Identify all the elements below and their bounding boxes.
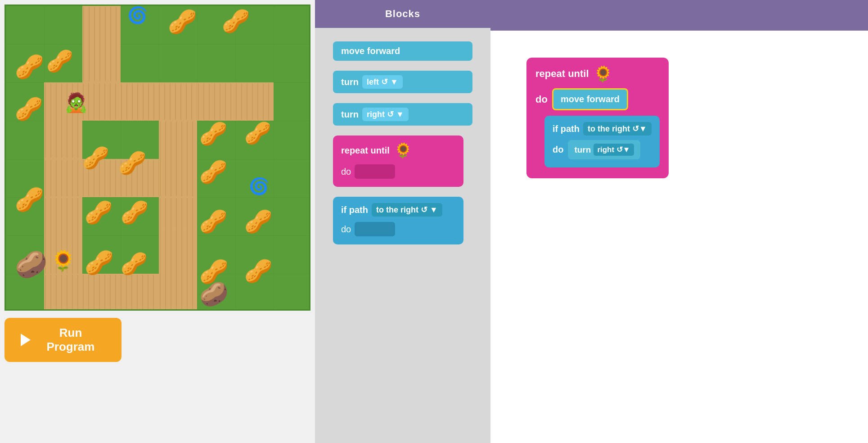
entity-chomper-top: 🌀 — [127, 6, 148, 25]
entity-sunflower: 🌻 — [51, 249, 76, 272]
play-icon — [21, 334, 31, 346]
path-segment — [159, 197, 197, 311]
repeat-until-block[interactable]: repeat until 🌻 do — [333, 136, 463, 187]
path-segment — [82, 6, 121, 82]
wp-if-path-block[interactable]: if path to the right ↺▼ do turn right ↺▼ — [544, 116, 660, 167]
entity-pea2: 🥜 — [46, 49, 73, 74]
repeat-label: repeat until — [341, 145, 390, 156]
if-do-slot[interactable] — [355, 222, 395, 236]
if-path-header: if path to the right ↺ ▼ — [341, 203, 455, 217]
repeat-header: repeat until 🌻 — [341, 142, 455, 159]
wp-do-label: do — [535, 94, 548, 105]
entity-pea6: 🥜 — [199, 121, 227, 147]
entity-pea11: 🥜 — [15, 186, 44, 213]
wp-do2-label: do — [553, 145, 563, 155]
center-panel: Blocks move forward turn left ↺ ▼ turn r… — [315, 0, 490, 443]
entity-potato2: 🥔 — [199, 280, 229, 308]
repeat-do-label: do — [341, 167, 351, 177]
blocks-list: move forward turn left ↺ ▼ turn right ↺ … — [315, 28, 490, 258]
entity-pea5: 🥜 — [15, 96, 43, 122]
path-segment — [159, 121, 197, 197]
wp-sunflower: 🌻 — [594, 65, 612, 83]
entity-pea4: 🥜 — [222, 8, 250, 34]
right-panel: repeat until 🌻 do move forward if path t… — [490, 0, 868, 443]
entity-potato: 🥔 — [15, 249, 47, 280]
turn-right-dropdown[interactable]: right ↺ ▼ — [362, 108, 409, 121]
move-forward-block[interactable]: move forward — [333, 41, 472, 61]
entity-pea16: 🥜 — [85, 249, 114, 276]
workspace-header — [490, 0, 868, 31]
if-path-dropdown[interactable]: to the right ↺ ▼ — [372, 203, 442, 217]
wp-turn-dropdown[interactable]: right ↺▼ — [594, 144, 634, 156]
entity-pea15: 🥜 — [244, 208, 272, 235]
wp-to-the-right: to the right ↺▼ — [588, 124, 647, 134]
turn-left-block[interactable]: turn left ↺ ▼ — [333, 71, 472, 93]
run-button-label: Run Program — [36, 326, 105, 354]
entity-pea12: 🥜 — [85, 199, 112, 226]
workspace-repeat-block[interactable]: repeat until 🌻 do move forward if path t… — [526, 58, 669, 178]
entity-pea3: 🥜 — [168, 8, 197, 36]
repeat-do-slot[interactable] — [355, 164, 395, 179]
wp-repeat-label: repeat until — [535, 68, 589, 80]
path-segment — [197, 82, 274, 121]
if-path-label: if path — [341, 205, 368, 215]
entity-pea8: 🥜 — [82, 145, 109, 171]
if-do-label: do — [341, 224, 351, 235]
entity-pea17: 🥜 — [121, 251, 148, 276]
wp-move-forward-block[interactable]: move forward — [552, 88, 628, 110]
entity-pea19: 🥜 — [244, 258, 272, 284]
turn-right-block[interactable]: turn right ↺ ▼ — [333, 103, 472, 126]
turn-right-text: turn — [341, 109, 359, 120]
move-forward-label: move forward — [341, 46, 400, 56]
left-panel: 🌀 🧟 🌀 🌻 🥜 🥜 🥜 🥜 🥜 🥜 🥜 🥜 🥜 🥜 🥜 🥜 🥜 🥜 🥜 🥔 … — [0, 0, 315, 443]
path-segment — [44, 274, 159, 311]
wp-if-dropdown[interactable]: to the right ↺▼ — [583, 122, 652, 136]
repeat-sunflower: 🌻 — [394, 142, 412, 159]
repeat-do-row: do — [341, 164, 455, 179]
entity-pea10: 🥜 — [199, 159, 227, 185]
entity-pea14: 🥜 — [199, 208, 227, 235]
game-canvas: 🌀 🧟 🌀 🌻 🥜 🥜 🥜 🥜 🥜 🥜 🥜 🥜 🥜 🥜 🥜 🥜 🥜 🥜 🥜 🥔 … — [4, 5, 310, 311]
wp-turn-label: turn — [574, 145, 591, 155]
entity-pea9: 🥜 — [118, 150, 146, 176]
workspace[interactable]: repeat until 🌻 do move forward if path t… — [490, 31, 868, 443]
wp-turn-right-block[interactable]: turn right ↺▼ — [568, 140, 640, 159]
wp-if-header: if path to the right ↺▼ — [553, 122, 652, 136]
turn-left-dropdown[interactable]: left ↺ ▼ — [362, 75, 403, 89]
entity-pea13: 🥜 — [121, 199, 148, 226]
if-path-block[interactable]: if path to the right ↺ ▼ do — [333, 197, 463, 244]
entity-pea1: 🥜 — [15, 53, 44, 81]
wp-repeat-header: repeat until 🌻 — [535, 65, 660, 83]
wp-if-label: if path — [553, 124, 580, 134]
wp-do-row: do move forward — [535, 88, 660, 110]
blocks-header: Blocks — [315, 0, 490, 28]
turn-left-text: turn — [341, 77, 359, 87]
blocks-title: Blocks — [385, 8, 420, 19]
entity-zombie: 🧟 — [64, 91, 88, 113]
run-program-button[interactable]: Run Program — [4, 318, 121, 362]
wp-move-forward-label: move forward — [561, 94, 620, 104]
entity-chomper-right: 🌀 — [249, 177, 269, 196]
entity-pea7: 🥜 — [244, 121, 271, 146]
if-do-row: do — [341, 222, 455, 236]
wp-do2-row: do turn right ↺▼ — [553, 140, 652, 159]
